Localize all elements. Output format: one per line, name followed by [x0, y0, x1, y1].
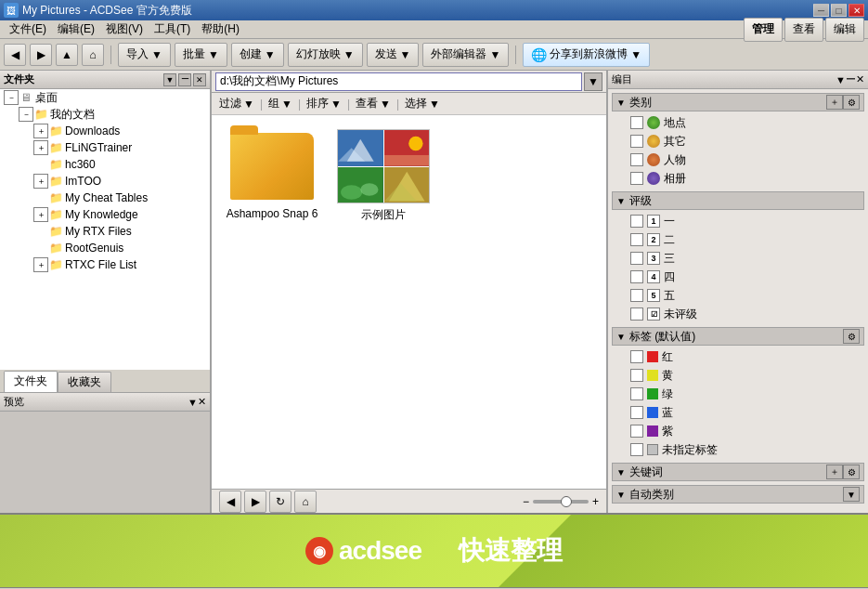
view-mode-button[interactable]: 查看 ▼ — [356, 96, 391, 111]
path-input[interactable] — [215, 72, 582, 91]
nav-refresh-btn[interactable]: ↻ — [269, 491, 291, 513]
tag-check[interactable] — [630, 369, 643, 382]
rating-item-2[interactable]: 2 二 — [612, 230, 864, 249]
panel-auto-button[interactable]: ー — [178, 73, 191, 86]
expand-rtxc[interactable]: ＋ — [33, 257, 48, 272]
menu-file[interactable]: 文件(E) — [4, 20, 52, 39]
categories-add-btn[interactable]: ＋ — [826, 95, 843, 110]
tree-node-downloads[interactable]: ＋ 📁 Downloads — [0, 123, 210, 139]
tree-node-rtxc[interactable]: ＋ 📁 RTXC File List — [0, 256, 210, 273]
cat-check[interactable] — [630, 135, 643, 148]
tag-item-untagged[interactable]: 未指定标签 — [612, 440, 864, 459]
rating-item-1[interactable]: 1 一 — [612, 212, 864, 230]
tag-item-red[interactable]: 红 — [612, 347, 864, 366]
import-button[interactable]: 导入 ▼ — [118, 43, 171, 67]
preview-close-btn[interactable]: ✕ — [198, 396, 206, 408]
menu-edit[interactable]: 编辑(E) — [52, 20, 100, 39]
tag-check[interactable] — [630, 406, 643, 419]
cat-check[interactable] — [630, 153, 643, 166]
cat-item-other[interactable]: 其它 — [612, 132, 864, 151]
view-button[interactable]: 查看 — [784, 18, 823, 42]
rating-check[interactable] — [630, 270, 643, 283]
rating-check[interactable] — [630, 289, 643, 302]
tab-favorites[interactable]: 收藏夹 — [58, 372, 111, 392]
expand-mydocs[interactable]: － — [19, 107, 33, 122]
auto-dropdown-btn[interactable]: ▼ — [843, 487, 860, 502]
panel-close-button[interactable]: ✕ — [193, 73, 206, 86]
filter-button[interactable]: 过滤 ▼ — [219, 96, 254, 111]
cat-item-location[interactable]: 地点 — [612, 113, 864, 132]
rating-item-unrated[interactable]: ☑ 未评级 — [612, 305, 864, 323]
tree-node-imtoo[interactable]: ＋ 📁 ImTOO — [0, 173, 210, 190]
slideshow-button[interactable]: 幻灯放映 ▼ — [288, 43, 363, 67]
ratings-section-header[interactable]: ▼ 评级 — [612, 191, 864, 210]
expand-imtoo[interactable]: ＋ — [33, 174, 48, 189]
expand-downloads[interactable]: ＋ — [33, 124, 48, 138]
file-item-folder[interactable]: Ashampoo Snap 6 — [221, 124, 323, 228]
tag-check[interactable] — [630, 425, 643, 438]
auto-categories-section-header[interactable]: ▼ 自动类别 ▼ — [612, 485, 864, 504]
expand-desktop[interactable]: － — [4, 90, 19, 105]
tree-node-cheat[interactable]: 📁 My Cheat Tables — [0, 190, 210, 206]
file-item-photos[interactable]: 示例图片 — [332, 124, 434, 228]
cat-item-people[interactable]: 人物 — [612, 151, 864, 169]
tag-item-purple[interactable]: 紫 — [612, 422, 864, 440]
keywords-section-header[interactable]: ▼ 关键词 ＋ ⚙ — [612, 463, 864, 481]
maximize-button[interactable]: □ — [831, 4, 847, 17]
path-dropdown-button[interactable]: ▼ — [584, 72, 602, 91]
rating-check[interactable] — [630, 233, 643, 246]
nav-forward-btn[interactable]: ▶ — [244, 491, 266, 513]
sort-button[interactable]: 排序 ▼ — [306, 96, 342, 111]
menu-tools[interactable]: 工具(T) — [149, 20, 196, 39]
zoom-in-icon[interactable]: + — [592, 495, 599, 508]
tree-node-fling[interactable]: ＋ 📁 FLiNGTrainer — [0, 139, 210, 156]
keywords-settings-btn[interactable]: ⚙ — [843, 465, 860, 479]
rating-check[interactable] — [630, 215, 643, 228]
minimize-button[interactable]: ─ — [813, 4, 829, 17]
cat-check[interactable] — [630, 116, 643, 129]
zoom-out-icon[interactable]: − — [523, 495, 529, 508]
right-panel-pin-btn[interactable]: ▼ — [836, 74, 846, 85]
menu-view[interactable]: 视图(V) — [100, 20, 149, 39]
tag-check[interactable] — [630, 350, 643, 363]
rating-item-5[interactable]: 5 五 — [612, 286, 864, 305]
tree-node-knowledge[interactable]: ＋ 📁 My Knowledge — [0, 206, 210, 223]
tag-item-blue[interactable]: 蓝 — [612, 403, 864, 422]
slider-thumb[interactable] — [561, 496, 572, 507]
nav-back-btn[interactable]: ◀ — [219, 491, 241, 513]
tree-node-hc360[interactable]: 📁 hc360 — [0, 156, 210, 173]
up-button[interactable]: ▲ — [56, 44, 78, 66]
categories-section-header[interactable]: ▼ 类别 ＋ ⚙ — [612, 93, 864, 111]
back-button[interactable]: ◀ — [4, 44, 26, 66]
expand-knowledge[interactable]: ＋ — [33, 207, 48, 222]
tags-section-header[interactable]: ▼ 标签 (默认值) ⚙ — [612, 327, 864, 346]
share-button[interactable]: 🌐 分享到新浪微博 ▼ — [523, 43, 650, 67]
rating-item-3[interactable]: 3 三 — [612, 249, 864, 268]
manage-button[interactable]: 管理 — [744, 18, 783, 42]
select-button[interactable]: 选择 ▼ — [405, 96, 440, 111]
tree-node-desktop[interactable]: － 🖥 桌面 — [0, 89, 210, 106]
cat-check[interactable] — [630, 172, 643, 185]
menu-help[interactable]: 帮助(H) — [196, 20, 245, 39]
external-editor-button[interactable]: 外部编辑器 ▼ — [422, 43, 509, 67]
batch-button[interactable]: 批量 ▼ — [175, 43, 227, 67]
keywords-add-btn[interactable]: ＋ — [826, 465, 843, 479]
home-button[interactable]: ⌂ — [82, 44, 104, 66]
right-panel-close-btn[interactable]: ✕ — [856, 73, 864, 85]
rating-check[interactable] — [630, 252, 643, 265]
create-button[interactable]: 创建 ▼ — [231, 43, 284, 67]
panel-pin-button[interactable]: ▼ — [163, 73, 176, 86]
nav-home-btn[interactable]: ⌂ — [294, 491, 317, 513]
forward-button[interactable]: ▶ — [30, 44, 52, 66]
tree-node-root[interactable]: 📁 RootGenuis — [0, 240, 210, 256]
tag-item-yellow[interactable]: 黄 — [612, 366, 864, 385]
cat-item-album[interactable]: 相册 — [612, 169, 864, 188]
preview-pin-btn[interactable]: ▼ — [188, 397, 198, 408]
tag-item-green[interactable]: 绿 — [612, 385, 864, 403]
tree-node-rtx[interactable]: 📁 My RTX Files — [0, 223, 210, 240]
expand-fling[interactable]: ＋ — [33, 140, 48, 155]
rating-check[interactable] — [630, 308, 643, 321]
tree-node-mydocs[interactable]: － 📁 我的文档 — [0, 106, 210, 123]
send-button[interactable]: 发送 ▼ — [367, 43, 420, 67]
group-button[interactable]: 组 ▼ — [268, 96, 292, 111]
